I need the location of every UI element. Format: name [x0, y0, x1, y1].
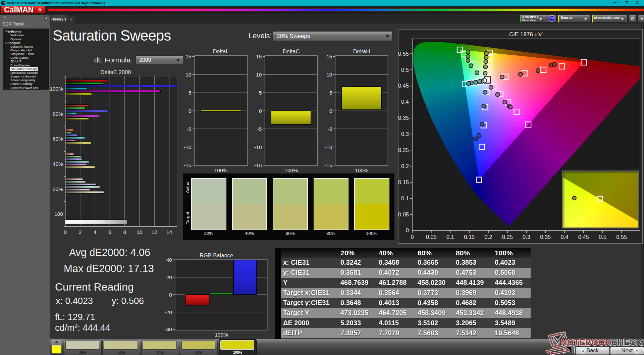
- svg-text:NOTEBOOK: NOTEBOOK: [561, 337, 611, 347]
- svg-text:0.25: 0.25: [502, 234, 513, 240]
- svg-text:0.1: 0.1: [446, 234, 454, 240]
- svg-text:10: 10: [256, 72, 262, 78]
- svg-text:0.45: 0.45: [398, 83, 409, 89]
- svg-text:-10: -10: [254, 144, 262, 150]
- svg-text:-5: -5: [257, 126, 262, 132]
- svg-text:0.35: 0.35: [540, 234, 551, 240]
- svg-text:-40: -40: [164, 326, 172, 332]
- svg-text:-20: -20: [164, 309, 172, 315]
- svg-text:DeltaE 2000: DeltaE 2000: [101, 69, 131, 75]
- svg-text:0.05: 0.05: [426, 234, 437, 240]
- svg-text:-10: -10: [184, 144, 192, 150]
- svg-text:0.2: 0.2: [485, 234, 492, 240]
- svg-text:-15: -15: [254, 162, 262, 168]
- svg-text:0.35: 0.35: [398, 115, 409, 121]
- svg-text:0: 0: [406, 227, 409, 233]
- svg-text:0.4: 0.4: [401, 99, 409, 105]
- svg-text:0: 0: [169, 292, 172, 298]
- svg-text:20%: 20%: [53, 186, 63, 192]
- svg-text:15: 15: [326, 54, 332, 59]
- svg-text:100%: 100%: [215, 332, 228, 338]
- svg-text:2: 2: [78, 229, 82, 235]
- svg-text:10: 10: [326, 72, 332, 78]
- svg-text:0: 0: [411, 234, 414, 240]
- svg-text:8: 8: [123, 229, 126, 235]
- svg-text:DeltaL: DeltaL: [213, 48, 229, 54]
- svg-text:CIE 1976 u'v': CIE 1976 u'v': [509, 31, 543, 38]
- svg-text:0.45: 0.45: [578, 234, 589, 240]
- svg-text:5: 5: [259, 90, 262, 96]
- svg-text:0.55: 0.55: [398, 51, 409, 57]
- svg-text:DeltaH: DeltaH: [353, 48, 370, 54]
- svg-text:0.05: 0.05: [398, 211, 409, 217]
- svg-text:0.3: 0.3: [401, 131, 409, 137]
- svg-text:RGB Balance: RGB Balance: [200, 252, 233, 258]
- svg-text:15: 15: [256, 54, 262, 59]
- svg-text:60%: 60%: [53, 136, 63, 142]
- svg-text:80%: 80%: [53, 111, 63, 117]
- svg-text:100: 100: [54, 211, 63, 217]
- svg-text:0.55: 0.55: [616, 234, 627, 240]
- svg-text:100%: 100%: [284, 167, 298, 173]
- svg-text:0.5: 0.5: [401, 67, 409, 73]
- svg-text:5: 5: [189, 90, 192, 96]
- svg-text:0: 0: [259, 108, 262, 114]
- svg-text:20: 20: [166, 274, 172, 280]
- svg-text:0.3: 0.3: [523, 234, 530, 240]
- svg-text:10: 10: [185, 72, 192, 78]
- svg-text:-10: -10: [325, 144, 332, 150]
- svg-text:0.1: 0.1: [401, 195, 409, 201]
- svg-text:6: 6: [108, 229, 111, 235]
- svg-text:4: 4: [94, 229, 97, 235]
- svg-text:-5: -5: [187, 126, 192, 132]
- svg-text:0.25: 0.25: [398, 147, 409, 153]
- svg-text:100%: 100%: [214, 167, 228, 173]
- svg-text:0.5: 0.5: [599, 234, 606, 240]
- svg-text:DeltaC: DeltaC: [283, 48, 300, 54]
- svg-text:0: 0: [329, 108, 332, 114]
- svg-text:0.4: 0.4: [561, 234, 569, 240]
- svg-text:14: 14: [166, 229, 172, 235]
- svg-text:15: 15: [185, 54, 191, 59]
- svg-text:0.15: 0.15: [398, 179, 409, 185]
- svg-text:0.15: 0.15: [464, 234, 475, 240]
- svg-text:0: 0: [64, 229, 67, 235]
- svg-text:0.2: 0.2: [401, 163, 409, 169]
- svg-text:12: 12: [152, 229, 157, 235]
- svg-text:10: 10: [137, 229, 143, 235]
- svg-text:100%: 100%: [355, 167, 368, 173]
- svg-text:100%: 100%: [50, 86, 63, 92]
- svg-text:5: 5: [329, 90, 332, 96]
- svg-text:0: 0: [189, 108, 192, 114]
- svg-text:-15: -15: [325, 162, 332, 168]
- svg-text:40%: 40%: [53, 161, 63, 167]
- svg-text:-15: -15: [184, 162, 191, 168]
- svg-text:40: 40: [166, 257, 172, 263]
- svg-text:CHECK: CHECK: [611, 337, 642, 347]
- svg-text:-5: -5: [328, 126, 332, 132]
